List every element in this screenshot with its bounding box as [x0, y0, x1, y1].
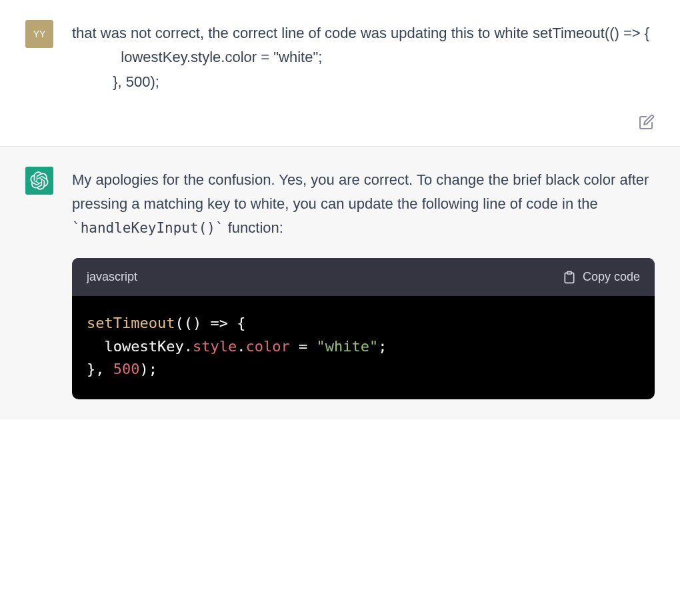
assistant-message: My apologies for the confusion. Yes, you…: [0, 146, 680, 419]
assistant-response-suffix: function:: [224, 219, 283, 236]
assistant-message-content: My apologies for the confusion. Yes, you…: [72, 167, 655, 399]
user-message: YY that was not correct, the correct lin…: [0, 0, 680, 114]
code-block: javascript Copy code setTimeout(() => { …: [72, 258, 655, 399]
code-block-body: setTimeout(() => { lowestKey.style.color…: [72, 296, 655, 399]
code-block-header: javascript Copy code: [72, 258, 655, 297]
clipboard-icon: [563, 271, 576, 284]
edit-icon[interactable]: [639, 114, 655, 130]
user-message-content: that was not correct, the correct line o…: [72, 20, 655, 94]
copy-code-button[interactable]: Copy code: [563, 267, 640, 287]
user-avatar-initials: YY: [33, 29, 46, 39]
user-message-text: that was not correct, the correct line o…: [72, 21, 655, 94]
svg-rect-0: [567, 271, 572, 273]
assistant-response-prefix: My apologies for the confusion. Yes, you…: [72, 171, 649, 212]
inline-code: `handleKeyInput()`: [72, 220, 224, 236]
edit-action-row: [0, 114, 680, 146]
assistant-response-text: My apologies for the confusion. Yes, you…: [72, 168, 655, 241]
code-language-label: javascript: [87, 267, 137, 287]
user-avatar: YY: [25, 20, 53, 48]
openai-logo-icon: [30, 171, 49, 190]
assistant-avatar: [25, 167, 53, 195]
copy-code-label: Copy code: [583, 267, 640, 287]
